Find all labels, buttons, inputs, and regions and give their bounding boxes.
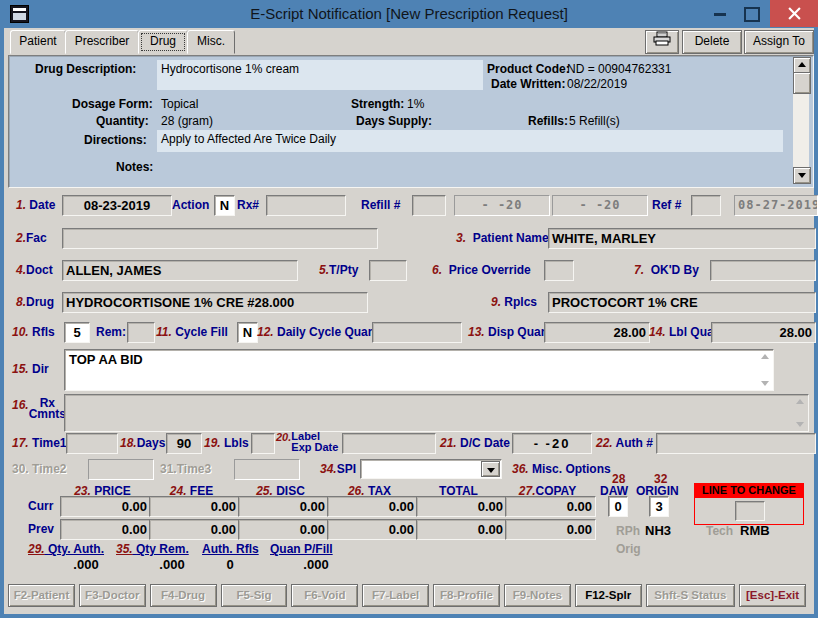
drug-description-label: Drug Description:	[35, 62, 136, 76]
curr-total-field[interactable]: 0.00	[416, 496, 507, 517]
dosage-form-label: Dosage Form:	[72, 97, 153, 111]
rfls-field[interactable]: 5	[64, 322, 90, 343]
patient-name-field[interactable]: WHITE, MARLEY	[548, 228, 816, 249]
tab-drug[interactable]: Drug	[138, 30, 188, 54]
okd-by-label: OK'D By	[651, 263, 699, 277]
scrollbar-thumb[interactable]	[793, 72, 811, 94]
tab-misc[interactable]: Misc.	[187, 30, 235, 54]
rem-field[interactable]	[127, 322, 155, 343]
tab-patient[interactable]: Patient	[10, 30, 66, 54]
f3-doctor-button: F3-Doctor	[79, 584, 146, 607]
label-exp-date-field[interactable]	[342, 433, 436, 454]
lbls-label: Lbls	[224, 436, 249, 450]
tpty-field[interactable]	[369, 260, 407, 281]
minimize-icon[interactable]	[714, 13, 726, 16]
delete-button[interactable]: Delete	[682, 30, 742, 54]
title-bar: E-Script Notification [New Prescription …	[0, 0, 818, 28]
curr-tax-field[interactable]: 0.00	[327, 496, 418, 517]
disp-quan-field[interactable]: 28.00	[544, 322, 650, 343]
close-icon[interactable]	[770, 0, 818, 27]
drug-field[interactable]: HYDROCORTISONE 1% CRE #28.000	[62, 292, 368, 313]
tech-value: RMB	[740, 523, 770, 538]
f6-void-button: F6-Void	[291, 584, 358, 607]
spi-label: SPI	[337, 462, 356, 476]
spi-dropdown[interactable]	[360, 459, 502, 479]
dc-date-field[interactable]: - -20	[512, 433, 592, 454]
label-exp-label-2: Exp Date	[291, 441, 338, 453]
fac-field[interactable]	[62, 228, 378, 249]
line-to-change-field[interactable]	[735, 501, 765, 521]
curr-price-field[interactable]: 0.00	[60, 496, 151, 517]
rx-cmnts-scroll-up-icon[interactable]	[796, 399, 804, 404]
patient-name-label: Patient Name	[473, 231, 549, 245]
tab-prescriber[interactable]: Prescriber	[65, 30, 139, 54]
refills-value: 5 Refill(s)	[569, 114, 620, 128]
exp-date1-field: - -20	[454, 195, 550, 216]
strength-value: 1%	[407, 97, 424, 111]
print-button[interactable]	[645, 30, 679, 54]
action-field[interactable]: N	[214, 195, 235, 216]
drug-description-value: Hydrocortisone 1% cream	[157, 60, 483, 90]
prev-copay-field[interactable]: 0.00	[505, 519, 596, 540]
maximize-icon[interactable]	[744, 7, 760, 22]
ref-number-label: Ref #	[652, 198, 681, 212]
dir-textarea[interactable]: TOP AA BID	[64, 349, 774, 391]
prev-total-field[interactable]: 0.00	[416, 519, 507, 540]
ref-number-field[interactable]	[691, 195, 721, 216]
quan-pfill-header: Quan P/Fill	[270, 542, 333, 556]
prev-price-field[interactable]: 0.00	[60, 519, 151, 540]
curr-fee-field[interactable]: 0.00	[149, 496, 240, 517]
cycle-fill-label: Cycle Fill	[175, 325, 228, 339]
prev-tax-field[interactable]: 0.00	[327, 519, 418, 540]
esc-exit-button[interactable]: [Esc]-Exit	[739, 584, 806, 607]
rx-cmnts-label-2: Cmnts	[29, 407, 66, 421]
okd-by-field[interactable]	[710, 260, 816, 281]
tech-label: Tech	[706, 524, 733, 538]
assign-to-rx-button[interactable]: Assign To Rx	[744, 30, 814, 54]
escript-window: E-Script Notification [New Prescription …	[0, 0, 818, 618]
f8-profile-button: F8-Profile	[433, 584, 500, 607]
doct-field[interactable]: ALLEN, JAMES	[62, 260, 298, 281]
date-written-value: 08/22/2019	[567, 77, 627, 91]
f12-splr-button[interactable]: F12-Splr	[575, 584, 642, 607]
dir-scroll-up-icon[interactable]	[761, 354, 769, 359]
daily-cycle-quan-field[interactable]	[372, 322, 462, 343]
time1-field[interactable]	[66, 433, 118, 454]
days-field[interactable]: 90	[166, 433, 202, 454]
qty-rem-header: Qty Rem.	[136, 542, 189, 556]
strength-label: Strength:	[351, 97, 404, 111]
date-field[interactable]: 08-23-2019	[62, 195, 172, 216]
panel-scrollbar[interactable]	[793, 57, 809, 184]
shfts-status-button: Shft-S Status	[646, 584, 736, 607]
rx-number-field[interactable]	[266, 195, 346, 216]
rplcs-label: Rplcs	[504, 295, 537, 309]
date-written-label: Date Written:	[491, 77, 565, 91]
daw-field[interactable]: 0	[608, 496, 628, 517]
date-label: Date	[29, 198, 55, 212]
prev-fee-field[interactable]: 0.00	[149, 519, 240, 540]
rplcs-field[interactable]: PROCTOCORT 1% CRE	[548, 292, 816, 313]
dosage-form-value: Topical	[161, 97, 198, 111]
scroll-down-icon[interactable]	[793, 167, 811, 184]
directions-label: Directions:	[84, 133, 147, 147]
time1-label: Time1	[32, 436, 66, 450]
lbl-quan-field[interactable]: 28.00	[711, 322, 816, 343]
curr-disc-field[interactable]: 0.00	[238, 496, 329, 517]
origin-field[interactable]: 3	[649, 496, 669, 517]
client-area: Patient Prescriber Drug Misc. Delete Ass…	[4, 28, 814, 614]
misc-options-label: Misc. Options	[532, 462, 611, 476]
price-override-field[interactable]	[544, 260, 574, 281]
chevron-down-icon[interactable]	[481, 461, 500, 477]
lbls-field[interactable]	[251, 433, 275, 454]
dir-scroll-down-icon[interactable]	[761, 381, 769, 386]
prev-disc-field[interactable]: 0.00	[238, 519, 329, 540]
curr-copay-field[interactable]: 0.00	[505, 496, 596, 517]
f9-notes-button: F9-Notes	[504, 584, 571, 607]
auth-number-field[interactable]	[656, 433, 816, 454]
rx-cmnts-scroll-down-icon[interactable]	[796, 422, 804, 427]
disp-quan-label: Disp Quan	[488, 325, 548, 339]
cycle-fill-field[interactable]: N	[237, 322, 258, 343]
f4-drug-button: F4-Drug	[150, 584, 217, 607]
refill-number-field[interactable]	[412, 195, 446, 216]
rx-cmnts-textarea[interactable]	[64, 394, 809, 432]
